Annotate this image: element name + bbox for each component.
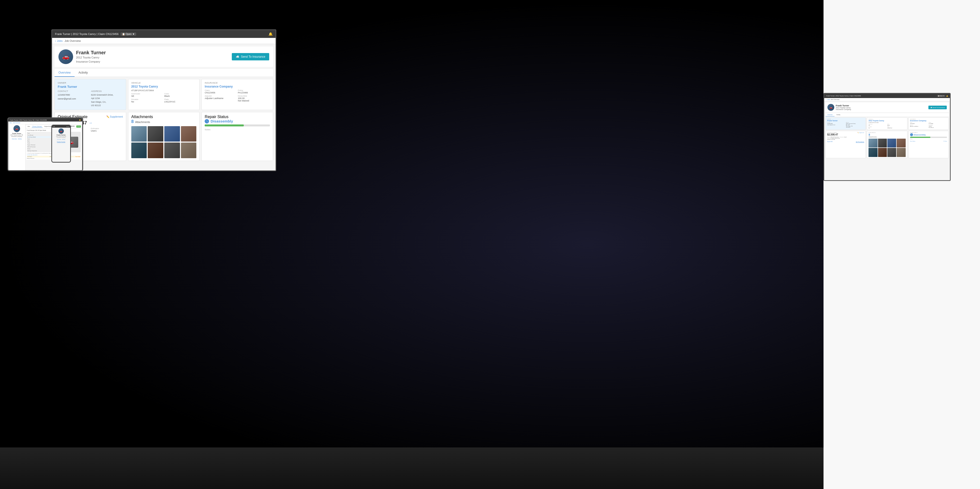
attachments-count: 8 (131, 119, 134, 124)
photo-1[interactable] (131, 126, 147, 142)
second-monitor: Frank Turner | 2012 Toyota Camry | Claim… (824, 93, 951, 186)
app2-photo-5[interactable] (869, 148, 877, 157)
tablet-tab-jobs[interactable]: Jobs (27, 126, 31, 127)
app2-send-insurance-button[interactable]: ☁️ Send To Insurance (928, 106, 947, 109)
app2-photos (869, 139, 905, 157)
tab-activity[interactable]: Activity (75, 69, 92, 77)
adjuster-item: Adjuster Adjuster LastName (205, 95, 237, 102)
phone-header: 9:41 ▲▲▲ (52, 126, 70, 127)
app2-photo-6[interactable] (878, 148, 887, 157)
breadcrumb: ‹ Jobs Job Overview (52, 38, 275, 44)
app2-progress-fill (910, 137, 931, 138)
vehicle-details: Submodel SE Color Black Drivable No (131, 93, 197, 103)
header-status-badge: 📋 Open ▼ (121, 32, 136, 36)
app2-status-badge: 📋 Open ▼ (937, 95, 945, 97)
tablet-tab-primary[interactable]: Primary Estimate (32, 126, 43, 127)
app2-vehicle-details: SubmodelSE ColorBlack DrivableNo PlateLN… (869, 124, 905, 129)
tablet-title: Frank Turner | 2012 Toyota Camry SE | Cl… (10, 119, 47, 121)
insurance-company: Insurance Company (205, 85, 270, 88)
owner-card: Owner Frank Turner Contact 1234567890 ow… (54, 79, 126, 110)
breadcrumb-arrow: ‹ (55, 39, 56, 42)
app2-tab-overview[interactable]: Overview (826, 113, 835, 116)
repair-status-icon: 🔧 (205, 119, 209, 123)
app2-insurance: Insurance Company (836, 108, 851, 110)
photo-4[interactable] (181, 126, 197, 142)
app2-progress-bar (910, 137, 947, 138)
app2-supplement-link[interactable]: ✏️ Supplement (858, 132, 864, 133)
customer-info: 🚗 Frank Turner 2012 Toyota Camry Insuran… (59, 49, 106, 64)
phone-status-icons: ▲▲▲ (66, 126, 69, 127)
tablet-bell: 🔔 (79, 119, 81, 121)
app2-photo-2[interactable] (878, 139, 887, 147)
app2-address: Address 6220 Greenwich Drive, Apt 1234 S… (846, 122, 864, 128)
header-title: Frank Turner | 2012 Toyota Camry | Claim… (55, 32, 119, 35)
claim-item: Claim CN123456 (205, 89, 237, 94)
tablet-device: Frank Turner | 2012 Toyota Camry SE | Cl… (7, 117, 83, 176)
app2-estimate-amount: $2,508.47 (827, 133, 864, 136)
notes-label: Notes (205, 128, 270, 131)
app2-tab-activity[interactable]: Activity (835, 113, 842, 116)
main-monitor-screen: Frank Turner | 2012 Toyota Camry | Claim… (51, 29, 276, 171)
app2-owner-card: Owner Frank Turner Contact 1234567890 ow… (826, 117, 866, 130)
send-to-insurance-button[interactable]: ☁️ Send To Insurance (232, 53, 269, 61)
tablet-header: Frank Turner | 2012 Toyota Camry SE | Cl… (8, 118, 82, 121)
app2-export-link[interactable]: Export RW (827, 141, 832, 143)
attachments-label: Attachments (131, 115, 197, 119)
photo-6[interactable] (148, 143, 163, 158)
tablet-nav-jobs[interactable]: Jobs (9, 122, 12, 123)
photo-3[interactable] (164, 126, 180, 142)
vehicle-label: Vehicle (131, 82, 197, 84)
breadcrumb-jobs-link[interactable]: Jobs (57, 39, 63, 42)
app2-photo-8[interactable] (897, 148, 905, 157)
drivable-item: Drivable No (131, 98, 163, 103)
app2-estimate-footer: Export RW QE Procedures (827, 141, 864, 143)
app2-estimate-card: Original Estimate ✏️ Supplement $2,508.4… (826, 131, 866, 158)
vehicle-card: Vehicle 2012 Toyota Camry 4T1BF1FKXCU573… (128, 79, 200, 110)
customer-insurance: Insurance Company (76, 60, 106, 64)
photo-5[interactable] (131, 143, 147, 158)
cloud-icon: ☁️ (236, 55, 239, 59)
qe-procedures-link[interactable]: QE Procedures (856, 141, 864, 143)
tablet-activity-tab[interactable]: Activity (18, 138, 22, 140)
insurance-card: Insurance Insurance Company Claim CN1234… (202, 79, 273, 110)
photo-2[interactable] (148, 126, 163, 142)
app2-photo-3[interactable] (887, 139, 896, 147)
photo-7[interactable] (164, 143, 180, 158)
phone: 1234567890 (58, 93, 89, 97)
white-panel-right (824, 0, 980, 489)
tab-overview[interactable]: Overview (54, 69, 75, 77)
app2-photo-4[interactable] (897, 139, 905, 147)
photo-8[interactable] (181, 143, 197, 158)
app2-photo-7[interactable] (887, 148, 896, 157)
app2-jobs-link[interactable]: ‹ Jobs (826, 99, 830, 100)
estimator-col: Estimator User1 (91, 127, 123, 132)
avatar: 🚗 (59, 49, 73, 64)
tablet-overview-tab[interactable]: Overview (12, 138, 17, 140)
app2-header-right: 📋 Open ▼ 🔔 (937, 95, 948, 97)
supplement-link[interactable]: ✏️ Supplement (107, 115, 123, 118)
customer-details: Frank Turner 2012 Toyota Camry Insurance… (76, 50, 106, 64)
plate-item: Plate LN123YUC (164, 98, 196, 103)
app2-estimate-meta: System Mitchell Estimating Estimator Use… (827, 137, 864, 140)
app-header: Frank Turner | 2012 Toyota Camry | Claim… (52, 30, 275, 38)
app2-bell-icon[interactable]: 🔔 (946, 95, 948, 97)
phone-tab-overview[interactable]: Overview (57, 139, 61, 140)
main-app: Frank Turner | 2012 Toyota Camry | Claim… (52, 30, 275, 170)
app2-customer-info: 🚗 Frank Turner 2012 Toyota Camry Insuran… (827, 104, 851, 111)
bell-icon[interactable]: 🔔 (269, 32, 273, 36)
app2-repair-title-row: 🔧 Disassembly (910, 133, 947, 136)
app2-photo-1[interactable] (869, 139, 877, 147)
app2-vehicle: 2012 Toyota Camry (836, 107, 851, 108)
phone-screen: 9:41 ▲▲▲ 🚗 Frank Turner 2012 Toyota Camr… (51, 125, 71, 162)
app2-header: Frank Turner | 2012 Toyota Camry | Claim… (824, 94, 950, 98)
phone-link[interactable]: Frank Turner (53, 141, 70, 143)
tablet-sidebar-insurance: Insurance Company (9, 136, 24, 137)
tablet-app: Frank Turner | 2012 Toyota Camry SE | Cl… (8, 118, 82, 170)
app2-attachments-card: Attachments 8 Attachments (867, 131, 907, 158)
phone-tab-activity[interactable]: Activity (62, 139, 65, 140)
owner-address-col: Address 6220 Greenwich Drive, Apt 1234 S… (91, 90, 123, 107)
app2-attach-count: 8 (869, 133, 905, 136)
phone-time: 9:41 (53, 126, 55, 127)
app2-vin: 4T1BF1FKXCU573664 (869, 122, 905, 123)
app2-title: Frank Turner | 2012 Toyota Camry | Claim… (826, 95, 861, 97)
